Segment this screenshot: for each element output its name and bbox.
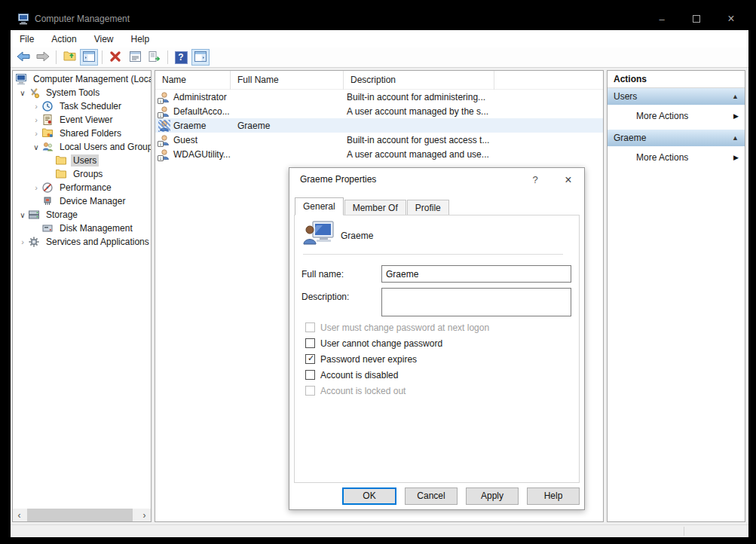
apply-button[interactable]: Apply <box>466 487 519 505</box>
dialog-close-button[interactable]: × <box>560 172 577 188</box>
chevron-collapsed-icon[interactable]: › <box>31 183 41 192</box>
computer-management-app-icon <box>17 13 29 25</box>
checkbox-checked-icon[interactable]: ✓ <box>305 354 315 364</box>
user-icon: ↓ <box>158 105 170 118</box>
console-tree-pane: Computer Management (Local ∨ System Tool… <box>12 70 152 522</box>
folder-icon <box>55 168 67 180</box>
event-viewer-icon <box>41 114 54 126</box>
tree-item-users[interactable]: Users <box>13 154 151 167</box>
minimize-icon: – <box>659 14 664 25</box>
graeme-more-actions[interactable]: More Actions ▶ <box>608 147 745 167</box>
tree-item-services-and-applications[interactable]: › Services and Applications <box>13 235 151 249</box>
cancel-button[interactable]: Cancel <box>405 487 458 505</box>
column-header-name[interactable]: Name <box>155 71 231 90</box>
tree-item-local-users-and-groups[interactable]: ∨ Local Users and Groups <box>13 140 151 154</box>
chevron-collapsed-icon[interactable]: › <box>31 115 41 124</box>
up-one-level-button[interactable] <box>60 49 78 66</box>
full-name-label: Full name: <box>301 269 344 280</box>
selection-dither-overlay <box>158 120 170 132</box>
checkbox-password-never-expires[interactable]: ✓ Password never expires <box>305 354 489 364</box>
folder-icon <box>55 154 67 167</box>
close-button[interactable]: × <box>714 8 748 30</box>
tab-member-of[interactable]: Member Of <box>344 200 406 215</box>
back-button[interactable] <box>14 49 32 66</box>
tree-item-task-scheduler[interactable]: › Task Scheduler <box>13 99 151 113</box>
status-bar <box>11 524 748 537</box>
show-console-tree-button[interactable] <box>80 49 98 66</box>
tree-item-device-manager[interactable]: Device Manager <box>13 194 151 208</box>
checkbox-account-is-disabled[interactable]: Account is disabled <box>305 370 489 380</box>
minimize-button[interactable]: – <box>644 8 679 30</box>
menu-action[interactable]: Action <box>48 32 79 46</box>
tree-item-groups[interactable]: Groups <box>13 167 151 181</box>
list-row-graeme[interactable]: Graeme Graeme <box>155 118 603 133</box>
menu-help[interactable]: Help <box>128 32 153 46</box>
forward-button[interactable] <box>34 49 52 66</box>
menu-view[interactable]: View <box>91 32 117 46</box>
checkbox-user-must-change-password: User must change password at next logon <box>305 322 489 332</box>
tree-item-event-viewer[interactable]: › Event Viewer <box>13 113 151 127</box>
menu-file[interactable]: File <box>17 32 37 46</box>
tree-item-computer-management[interactable]: Computer Management (Local <box>13 72 151 86</box>
local-users-and-groups-icon <box>41 141 54 153</box>
actions-section-graeme[interactable]: Graeme ▲ <box>608 130 745 147</box>
help-button[interactable]: ? <box>172 49 190 66</box>
dialog-help-button[interactable]: ? <box>528 173 542 187</box>
collapse-section-icon[interactable]: ▲ <box>732 93 739 100</box>
toolbar-separator <box>56 50 57 64</box>
scroll-right-icon[interactable]: › <box>138 509 151 521</box>
column-header-full-name[interactable]: Full Name <box>231 71 344 90</box>
checkbox-user-cannot-change-password[interactable]: User cannot change password <box>305 338 489 348</box>
list-row-administrator[interactable]: ↓Administrator Built-in account for admi… <box>155 90 603 104</box>
export-list-button[interactable] <box>145 49 164 66</box>
maximize-icon <box>693 15 700 23</box>
tab-profile[interactable]: Profile <box>407 200 449 215</box>
list-row-wdagutility[interactable]: ↓WDAGUtility... A user account managed a… <box>155 147 603 161</box>
scrollbar-track[interactable] <box>26 509 138 521</box>
console-tree-icon <box>83 51 95 64</box>
maximize-button[interactable] <box>679 8 714 30</box>
collapse-section-icon[interactable]: ▲ <box>732 134 739 142</box>
chevron-collapsed-icon[interactable]: › <box>17 237 28 246</box>
users-more-actions[interactable]: More Actions ▶ <box>608 105 745 126</box>
tree-item-disk-management[interactable]: Disk Management <box>13 222 151 235</box>
chevron-expanded-icon[interactable]: ∨ <box>17 89 28 97</box>
checkbox-icon[interactable] <box>305 370 315 380</box>
column-header-description[interactable]: Description <box>344 71 494 90</box>
computer-management-icon <box>15 73 27 85</box>
checkbox-icon[interactable] <box>305 338 315 348</box>
task-scheduler-icon <box>41 100 54 112</box>
chevron-collapsed-icon[interactable]: › <box>31 102 41 111</box>
help-button[interactable]: Help <box>527 487 580 505</box>
ok-button[interactable]: OK <box>342 487 396 505</box>
toolbar: ? <box>11 47 748 68</box>
tree-item-shared-folders[interactable]: › Shared Folders <box>13 127 151 140</box>
list-row-guest[interactable]: ↓Guest Built-in account for guest access… <box>155 133 603 147</box>
properties-button[interactable] <box>126 49 144 66</box>
scrollbar-thumb[interactable] <box>27 509 133 521</box>
chevron-collapsed-icon[interactable]: › <box>31 129 41 138</box>
show-action-pane-button[interactable] <box>191 49 210 66</box>
tab-general[interactable]: General <box>295 197 344 215</box>
tree-item-performance[interactable]: › Performance <box>13 181 151 194</box>
description-input[interactable] <box>381 288 571 316</box>
user-icon: ↓ <box>158 91 170 103</box>
user-at-computer-icon <box>303 220 335 249</box>
full-name-input[interactable] <box>381 265 571 283</box>
dialog-button-row: OK Cancel Apply Help <box>289 487 584 506</box>
user-icon: ↓ <box>158 134 170 146</box>
tree-item-system-tools[interactable]: ∨ System Tools <box>13 86 151 99</box>
help-icon: ? <box>175 51 188 64</box>
chevron-expanded-icon[interactable]: ∨ <box>17 211 28 219</box>
device-manager-icon <box>41 195 54 207</box>
disabled-badge-icon: ↓ <box>158 98 164 104</box>
delete-button[interactable] <box>106 49 124 66</box>
list-row-defaultaccount[interactable]: ↓DefaultAcco... A user account managed b… <box>155 104 603 118</box>
tree-item-storage[interactable]: ∨ Storage <box>13 208 151 222</box>
tree-horizontal-scrollbar[interactable]: ‹ › <box>13 509 151 521</box>
actions-section-users[interactable]: Users ▲ <box>608 88 745 105</box>
title-bar[interactable]: Computer Management – × <box>11 8 748 30</box>
properties-icon <box>130 51 141 64</box>
scroll-left-icon[interactable]: ‹ <box>13 509 26 521</box>
chevron-expanded-icon[interactable]: ∨ <box>31 143 41 151</box>
